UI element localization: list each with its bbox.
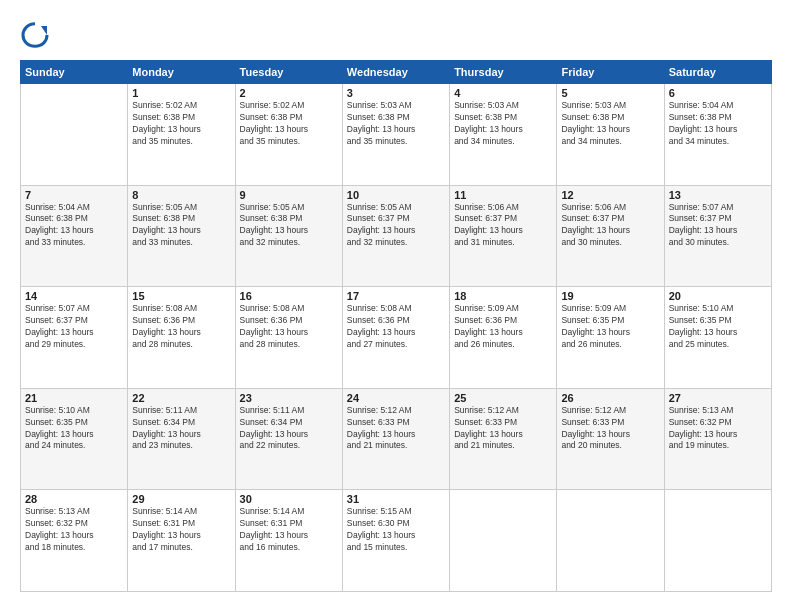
day-info: Sunrise: 5:03 AM Sunset: 6:38 PM Dayligh… xyxy=(561,100,659,148)
day-number: 25 xyxy=(454,392,552,404)
calendar-cell: 16Sunrise: 5:08 AM Sunset: 6:36 PM Dayli… xyxy=(235,287,342,389)
calendar-cell xyxy=(664,490,771,592)
week-row-1: 1Sunrise: 5:02 AM Sunset: 6:38 PM Daylig… xyxy=(21,84,772,186)
calendar-cell: 4Sunrise: 5:03 AM Sunset: 6:38 PM Daylig… xyxy=(450,84,557,186)
col-header-wednesday: Wednesday xyxy=(342,61,449,84)
calendar-cell: 21Sunrise: 5:10 AM Sunset: 6:35 PM Dayli… xyxy=(21,388,128,490)
day-number: 28 xyxy=(25,493,123,505)
day-number: 21 xyxy=(25,392,123,404)
col-header-thursday: Thursday xyxy=(450,61,557,84)
day-info: Sunrise: 5:02 AM Sunset: 6:38 PM Dayligh… xyxy=(240,100,338,148)
svg-marker-0 xyxy=(41,26,47,35)
week-row-4: 21Sunrise: 5:10 AM Sunset: 6:35 PM Dayli… xyxy=(21,388,772,490)
calendar-cell: 27Sunrise: 5:13 AM Sunset: 6:32 PM Dayli… xyxy=(664,388,771,490)
calendar-cell: 19Sunrise: 5:09 AM Sunset: 6:35 PM Dayli… xyxy=(557,287,664,389)
calendar-cell: 22Sunrise: 5:11 AM Sunset: 6:34 PM Dayli… xyxy=(128,388,235,490)
col-header-monday: Monday xyxy=(128,61,235,84)
calendar-cell: 14Sunrise: 5:07 AM Sunset: 6:37 PM Dayli… xyxy=(21,287,128,389)
day-number: 7 xyxy=(25,189,123,201)
col-header-tuesday: Tuesday xyxy=(235,61,342,84)
calendar-cell: 8Sunrise: 5:05 AM Sunset: 6:38 PM Daylig… xyxy=(128,185,235,287)
day-info: Sunrise: 5:03 AM Sunset: 6:38 PM Dayligh… xyxy=(454,100,552,148)
day-info: Sunrise: 5:09 AM Sunset: 6:35 PM Dayligh… xyxy=(561,303,659,351)
calendar-table: SundayMondayTuesdayWednesdayThursdayFrid… xyxy=(20,60,772,592)
header xyxy=(20,20,772,50)
day-info: Sunrise: 5:05 AM Sunset: 6:37 PM Dayligh… xyxy=(347,202,445,250)
day-info: Sunrise: 5:10 AM Sunset: 6:35 PM Dayligh… xyxy=(25,405,123,453)
day-number: 3 xyxy=(347,87,445,99)
calendar-cell: 15Sunrise: 5:08 AM Sunset: 6:36 PM Dayli… xyxy=(128,287,235,389)
day-number: 23 xyxy=(240,392,338,404)
day-number: 14 xyxy=(25,290,123,302)
day-number: 9 xyxy=(240,189,338,201)
day-number: 2 xyxy=(240,87,338,99)
calendar-cell xyxy=(21,84,128,186)
day-info: Sunrise: 5:08 AM Sunset: 6:36 PM Dayligh… xyxy=(240,303,338,351)
calendar-cell: 13Sunrise: 5:07 AM Sunset: 6:37 PM Dayli… xyxy=(664,185,771,287)
calendar-cell: 12Sunrise: 5:06 AM Sunset: 6:37 PM Dayli… xyxy=(557,185,664,287)
day-number: 24 xyxy=(347,392,445,404)
day-number: 30 xyxy=(240,493,338,505)
calendar-cell: 24Sunrise: 5:12 AM Sunset: 6:33 PM Dayli… xyxy=(342,388,449,490)
day-number: 1 xyxy=(132,87,230,99)
day-info: Sunrise: 5:14 AM Sunset: 6:31 PM Dayligh… xyxy=(240,506,338,554)
week-row-2: 7Sunrise: 5:04 AM Sunset: 6:38 PM Daylig… xyxy=(21,185,772,287)
logo xyxy=(20,20,54,50)
calendar-cell: 6Sunrise: 5:04 AM Sunset: 6:38 PM Daylig… xyxy=(664,84,771,186)
calendar-cell: 9Sunrise: 5:05 AM Sunset: 6:38 PM Daylig… xyxy=(235,185,342,287)
day-number: 27 xyxy=(669,392,767,404)
calendar-cell: 10Sunrise: 5:05 AM Sunset: 6:37 PM Dayli… xyxy=(342,185,449,287)
day-info: Sunrise: 5:07 AM Sunset: 6:37 PM Dayligh… xyxy=(25,303,123,351)
day-number: 11 xyxy=(454,189,552,201)
col-header-sunday: Sunday xyxy=(21,61,128,84)
day-info: Sunrise: 5:05 AM Sunset: 6:38 PM Dayligh… xyxy=(240,202,338,250)
day-info: Sunrise: 5:07 AM Sunset: 6:37 PM Dayligh… xyxy=(669,202,767,250)
day-info: Sunrise: 5:15 AM Sunset: 6:30 PM Dayligh… xyxy=(347,506,445,554)
day-info: Sunrise: 5:02 AM Sunset: 6:38 PM Dayligh… xyxy=(132,100,230,148)
calendar-cell: 25Sunrise: 5:12 AM Sunset: 6:33 PM Dayli… xyxy=(450,388,557,490)
day-info: Sunrise: 5:06 AM Sunset: 6:37 PM Dayligh… xyxy=(454,202,552,250)
day-info: Sunrise: 5:10 AM Sunset: 6:35 PM Dayligh… xyxy=(669,303,767,351)
day-number: 6 xyxy=(669,87,767,99)
col-header-saturday: Saturday xyxy=(664,61,771,84)
col-header-friday: Friday xyxy=(557,61,664,84)
week-row-3: 14Sunrise: 5:07 AM Sunset: 6:37 PM Dayli… xyxy=(21,287,772,389)
calendar-cell: 31Sunrise: 5:15 AM Sunset: 6:30 PM Dayli… xyxy=(342,490,449,592)
calendar-header-row: SundayMondayTuesdayWednesdayThursdayFrid… xyxy=(21,61,772,84)
week-row-5: 28Sunrise: 5:13 AM Sunset: 6:32 PM Dayli… xyxy=(21,490,772,592)
calendar-cell: 3Sunrise: 5:03 AM Sunset: 6:38 PM Daylig… xyxy=(342,84,449,186)
day-info: Sunrise: 5:12 AM Sunset: 6:33 PM Dayligh… xyxy=(347,405,445,453)
day-number: 13 xyxy=(669,189,767,201)
day-info: Sunrise: 5:04 AM Sunset: 6:38 PM Dayligh… xyxy=(25,202,123,250)
day-number: 8 xyxy=(132,189,230,201)
day-number: 5 xyxy=(561,87,659,99)
day-info: Sunrise: 5:08 AM Sunset: 6:36 PM Dayligh… xyxy=(347,303,445,351)
day-number: 22 xyxy=(132,392,230,404)
day-number: 29 xyxy=(132,493,230,505)
day-info: Sunrise: 5:12 AM Sunset: 6:33 PM Dayligh… xyxy=(561,405,659,453)
calendar-cell: 30Sunrise: 5:14 AM Sunset: 6:31 PM Dayli… xyxy=(235,490,342,592)
calendar-cell xyxy=(557,490,664,592)
day-info: Sunrise: 5:13 AM Sunset: 6:32 PM Dayligh… xyxy=(25,506,123,554)
day-number: 20 xyxy=(669,290,767,302)
calendar-cell: 28Sunrise: 5:13 AM Sunset: 6:32 PM Dayli… xyxy=(21,490,128,592)
calendar-cell: 23Sunrise: 5:11 AM Sunset: 6:34 PM Dayli… xyxy=(235,388,342,490)
calendar-cell: 29Sunrise: 5:14 AM Sunset: 6:31 PM Dayli… xyxy=(128,490,235,592)
calendar-cell: 26Sunrise: 5:12 AM Sunset: 6:33 PM Dayli… xyxy=(557,388,664,490)
day-number: 12 xyxy=(561,189,659,201)
logo-icon xyxy=(20,20,50,50)
calendar-cell: 20Sunrise: 5:10 AM Sunset: 6:35 PM Dayli… xyxy=(664,287,771,389)
day-number: 19 xyxy=(561,290,659,302)
day-info: Sunrise: 5:14 AM Sunset: 6:31 PM Dayligh… xyxy=(132,506,230,554)
day-info: Sunrise: 5:03 AM Sunset: 6:38 PM Dayligh… xyxy=(347,100,445,148)
day-info: Sunrise: 5:12 AM Sunset: 6:33 PM Dayligh… xyxy=(454,405,552,453)
day-number: 4 xyxy=(454,87,552,99)
calendar-cell: 17Sunrise: 5:08 AM Sunset: 6:36 PM Dayli… xyxy=(342,287,449,389)
page: SundayMondayTuesdayWednesdayThursdayFrid… xyxy=(0,0,792,612)
day-info: Sunrise: 5:05 AM Sunset: 6:38 PM Dayligh… xyxy=(132,202,230,250)
calendar-cell: 18Sunrise: 5:09 AM Sunset: 6:36 PM Dayli… xyxy=(450,287,557,389)
calendar-cell xyxy=(450,490,557,592)
day-number: 15 xyxy=(132,290,230,302)
day-number: 26 xyxy=(561,392,659,404)
day-info: Sunrise: 5:11 AM Sunset: 6:34 PM Dayligh… xyxy=(132,405,230,453)
